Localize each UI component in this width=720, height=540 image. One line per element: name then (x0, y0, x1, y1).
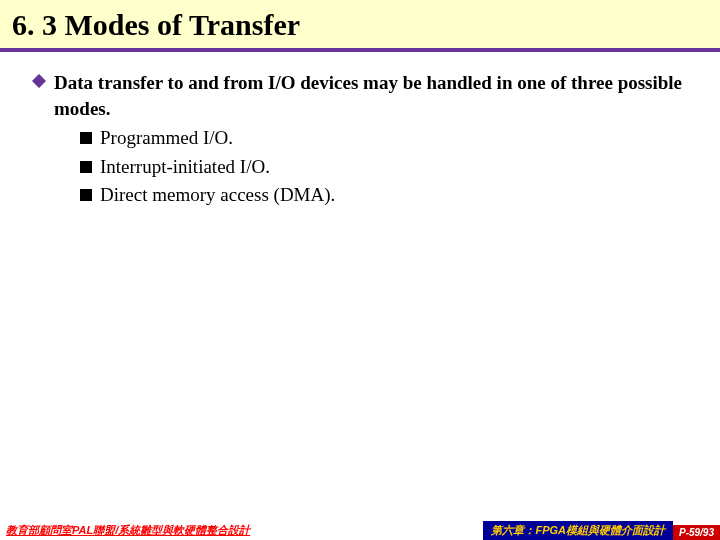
page-number: P-59/93 (673, 525, 720, 540)
footer-left-text: 教育部顧問室PAL聯盟/系統雛型與軟硬體整合設計 (0, 523, 483, 540)
sub-bullet-list: Programmed I/O. Interrupt-initiated I/O.… (32, 125, 690, 209)
list-item: Direct memory access (DMA). (80, 182, 690, 209)
slide-footer: 教育部顧問室PAL聯盟/系統雛型與軟硬體整合設計 第六章：FPGA模組與硬體介面… (0, 521, 720, 540)
main-bullet: Data transfer to and from I/O devices ma… (32, 70, 690, 121)
slide-header: 6. 3 Modes of Transfer (0, 0, 720, 52)
sub-bullet-text: Interrupt-initiated I/O. (100, 154, 270, 181)
list-item: Programmed I/O. (80, 125, 690, 152)
main-bullet-text: Data transfer to and from I/O devices ma… (54, 70, 690, 121)
square-icon (80, 161, 92, 173)
square-icon (80, 132, 92, 144)
square-icon (80, 189, 92, 201)
sub-bullet-text: Direct memory access (DMA). (100, 182, 335, 209)
diamond-icon (32, 74, 46, 88)
svg-rect-0 (32, 74, 46, 88)
footer-mid-text: 第六章：FPGA模組與硬體介面設計 (483, 521, 673, 540)
sub-bullet-text: Programmed I/O. (100, 125, 233, 152)
list-item: Interrupt-initiated I/O. (80, 154, 690, 181)
slide-title: 6. 3 Modes of Transfer (12, 8, 720, 42)
slide-content: Data transfer to and from I/O devices ma… (0, 52, 720, 209)
